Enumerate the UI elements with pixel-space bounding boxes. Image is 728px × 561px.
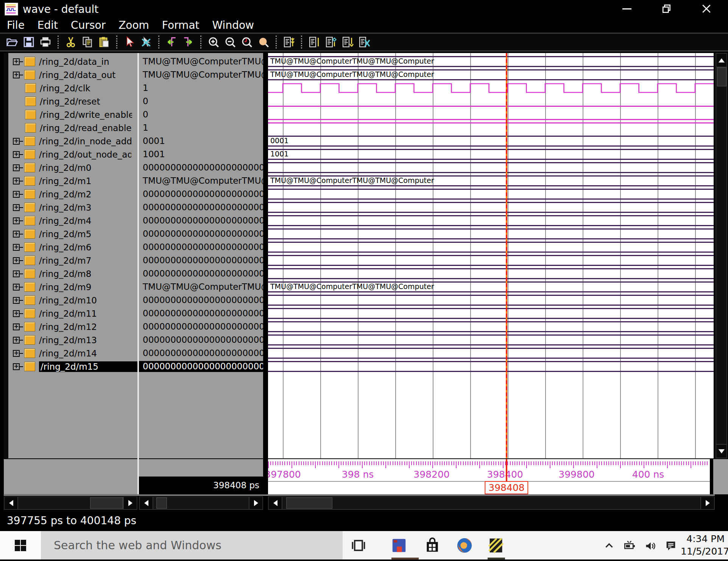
- find-previous-transition-icon[interactable]: [165, 36, 178, 48]
- restore-button[interactable]: [653, 0, 680, 17]
- signal-row-m10[interactable]: +/ring_2d/m10: [8, 295, 137, 306]
- taskbar-search-input[interactable]: Search the web and Windows: [41, 531, 343, 559]
- values-horizontal-scrollbar[interactable]: [139, 496, 263, 510]
- names-horizontal-scrollbar[interactable]: [4, 496, 137, 510]
- expand-icon[interactable]: +: [13, 58, 20, 65]
- action-center-button[interactable]: [664, 539, 677, 552]
- scroll-thumb[interactable]: [286, 497, 332, 509]
- menu-window[interactable]: Window: [212, 19, 254, 31]
- scroll-down-button[interactable]: [716, 444, 726, 458]
- menu-file[interactable]: File: [7, 19, 25, 31]
- save-icon[interactable]: [23, 36, 35, 48]
- signal-row-m3[interactable]: +/ring_2d/m3: [8, 202, 137, 213]
- expand-icon[interactable]: +: [13, 244, 20, 251]
- open-icon[interactable]: [6, 36, 18, 48]
- scroll-thumb[interactable]: [90, 497, 123, 509]
- menu-zoom[interactable]: Zoom: [118, 19, 149, 31]
- expand-icon[interactable]: +: [13, 337, 20, 344]
- zoom-in-icon[interactable]: [207, 36, 220, 48]
- print-icon[interactable]: [39, 36, 51, 48]
- store-button[interactable]: [423, 536, 441, 555]
- cut-icon[interactable]: [65, 36, 77, 48]
- timeline-ruler[interactable]: 397800398 ns398200398400399800400 ns3984…: [268, 459, 710, 494]
- find-next-transition-icon[interactable]: [182, 36, 194, 48]
- signal-row-reset[interactable]: /ring_2d/reset: [8, 96, 137, 107]
- start-button[interactable]: [0, 531, 41, 559]
- menu-format[interactable]: Format: [162, 19, 200, 31]
- expand-icon[interactable]: +: [13, 217, 20, 224]
- menu-cursor[interactable]: Cursor: [71, 19, 106, 31]
- expand-icon[interactable]: +: [13, 270, 20, 277]
- scroll-track[interactable]: [282, 497, 701, 509]
- signal-row-m0[interactable]: +/ring_2d/m0: [8, 162, 137, 173]
- expand-icon[interactable]: +: [13, 191, 20, 198]
- scroll-up-button[interactable]: [716, 54, 726, 67]
- expand-icon[interactable]: +: [13, 257, 20, 264]
- waveform-horizontal-scrollbar[interactable]: [268, 496, 715, 510]
- signal-row-data_out[interactable]: +/ring_2d/data_out: [8, 69, 137, 80]
- delete-cursor-icon[interactable]: [140, 36, 152, 48]
- paste-icon[interactable]: [98, 36, 110, 48]
- goto-first-icon[interactable]: [308, 36, 320, 48]
- expand-icon[interactable]: +: [13, 204, 20, 211]
- zoom-full-icon[interactable]: [241, 36, 253, 48]
- signal-row-m4[interactable]: +/ring_2d/m4: [8, 215, 137, 226]
- cursor-time-badge[interactable]: 398408: [485, 481, 528, 494]
- scroll-thumb[interactable]: [156, 497, 167, 509]
- values-wave-splitter[interactable]: [263, 53, 268, 494]
- expand-icon[interactable]: +: [13, 284, 20, 291]
- signal-row-out_node_addr[interactable]: +/ring_2d/out_node_addr: [8, 149, 137, 160]
- signal-row-m14[interactable]: +/ring_2d/m14: [8, 348, 137, 359]
- signal-row-m1[interactable]: +/ring_2d/m1: [8, 175, 137, 186]
- wave-tree-icon[interactable]: [283, 36, 295, 48]
- zoom-mode-icon[interactable]: [257, 36, 270, 48]
- signal-row-write_enable[interactable]: /ring_2d/write_enable: [8, 109, 137, 120]
- signal-row-m13[interactable]: +/ring_2d/m13: [8, 334, 137, 345]
- goto-last-icon[interactable]: [341, 36, 354, 48]
- signal-row-clk[interactable]: /ring_2d/clk: [8, 83, 137, 94]
- taskbar-clock[interactable]: 4:34 PM 11/5/2017: [681, 533, 725, 558]
- scroll-right-button[interactable]: [249, 497, 262, 509]
- signal-row-m8[interactable]: +/ring_2d/m8: [8, 268, 137, 279]
- signal-row-m15[interactable]: +/ring_2d/m15: [8, 361, 137, 372]
- expand-icon[interactable]: +: [13, 297, 20, 304]
- tray-expand-button[interactable]: [603, 539, 616, 552]
- scroll-track[interactable]: [153, 497, 249, 509]
- signal-row-in_node_addr[interactable]: +/ring_2d/in_node_addr: [8, 136, 137, 147]
- menu-edit[interactable]: Edit: [37, 19, 58, 31]
- signal-row-m6[interactable]: +/ring_2d/m6: [8, 242, 137, 253]
- expand-icon[interactable]: +: [13, 363, 20, 370]
- expand-icon[interactable]: +: [13, 323, 20, 330]
- expand-icon[interactable]: +: [13, 138, 20, 145]
- close-button[interactable]: [693, 0, 720, 17]
- add-cursor-icon[interactable]: [123, 36, 136, 48]
- signal-row-m5[interactable]: +/ring_2d/m5: [8, 228, 137, 239]
- signal-row-m11[interactable]: +/ring_2d/m11: [8, 308, 137, 319]
- copy-icon[interactable]: [81, 36, 94, 48]
- task-view-button[interactable]: [349, 536, 367, 555]
- signal-row-m9[interactable]: +/ring_2d/m9: [8, 281, 137, 292]
- minimize-button[interactable]: [613, 0, 641, 17]
- zoom-out-icon[interactable]: [224, 36, 236, 48]
- expand-icon[interactable]: +: [13, 164, 20, 171]
- time-cursor[interactable]: [506, 53, 507, 458]
- scroll-left-button[interactable]: [5, 497, 17, 509]
- signal-row-m12[interactable]: +/ring_2d/m12: [8, 321, 137, 332]
- expand-icon[interactable]: +: [13, 178, 20, 184]
- expand-icon[interactable]: +: [13, 350, 20, 357]
- expand-icon[interactable]: +: [13, 310, 20, 317]
- file-explorer-button[interactable]: [390, 536, 408, 555]
- expand-icon[interactable]: +: [13, 72, 20, 78]
- scroll-left-button[interactable]: [269, 497, 282, 509]
- scroll-right-button[interactable]: [124, 497, 137, 509]
- expand-icon[interactable]: +: [13, 151, 20, 158]
- waveform-panel[interactable]: TMU@TMU@ComputerTMU@TMU@ComputerTMU@TMU@…: [268, 53, 714, 458]
- firefox-button[interactable]: [455, 536, 474, 555]
- delete-wave-icon[interactable]: [358, 36, 370, 48]
- scroll-track[interactable]: [17, 497, 124, 509]
- scroll-right-button[interactable]: [701, 497, 714, 509]
- expand-icon[interactable]: +: [13, 231, 20, 238]
- signal-row-m7[interactable]: +/ring_2d/m7: [8, 255, 137, 266]
- insert-marker-icon[interactable]: [325, 36, 337, 48]
- signal-row-data_in[interactable]: +/ring_2d/data_in: [8, 56, 137, 67]
